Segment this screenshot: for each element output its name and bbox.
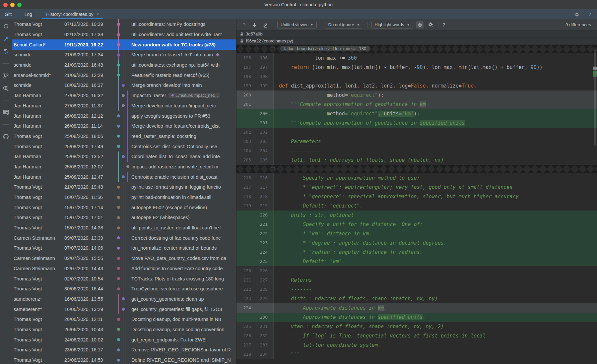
commit-row[interactable]: emanuel-schmid*21/09/2020, 12:29Feature/…: [12, 70, 236, 80]
close-window-button[interactable]: [3, 3, 8, 7]
commit-row[interactable]: Thomas Vogt07/12/2020, 10:39util.coordin…: [12, 19, 236, 30]
expand-fold-button[interactable]: +: [271, 47, 275, 51]
diff-code-viewer[interactable]: +latlon_bounds() > else > if lon_min <= …: [236, 45, 597, 364]
graph-line: [123, 325, 123, 335]
tab-log[interactable]: Log: [21, 9, 36, 19]
gear-icon[interactable]: [573, 11, 580, 18]
commit-row[interactable]: schmide18/09/2020, 16:37Merge branch 'de…: [12, 80, 236, 91]
zoom-window-button[interactable]: [17, 3, 22, 7]
diff-panel: Unified viewer ▼ Do not ignore ▼ Highlig…: [236, 19, 597, 364]
commit-row[interactable]: Carmen Steinmann09/07/2020, 13:39Correct…: [12, 233, 236, 243]
code-text: method="equirect", units='km'):: [274, 109, 597, 118]
commit-row[interactable]: Thomas Vogt15/07/2020, 17:14autopep8 E50…: [12, 202, 236, 212]
commit-row[interactable]: Thomas Vogt16/07/2020, 11:56pylint: bad-…: [12, 192, 236, 203]
eye-watch-icon[interactable]: [2, 85, 10, 92]
line-number-gutter: 222228: [236, 285, 274, 294]
commit-row[interactable]: Thomas Vogt15/07/2020, 17:01autopep8 E2 …: [12, 212, 236, 223]
line-number-gutter: 220226: [236, 266, 274, 275]
code-text: return (lon_min, max(lat.min() - buffer,…: [274, 63, 597, 72]
edit-pencil-icon[interactable]: [262, 21, 269, 29]
commit-row[interactable]: Thomas Vogt23/06/2020, 14:59Define RIVER…: [12, 355, 236, 364]
commit-row[interactable]: Jan Hartman27/08/2020, 16:32Impact.to_ra…: [12, 91, 236, 101]
git-branch-icon[interactable]: [2, 72, 10, 79]
commit-row[interactable]: Thomas Vogt21/07/2020, 19:48pylint: use …: [12, 182, 236, 192]
commit-message-text: util.coordinates: exchange np.float64 wi…: [131, 62, 220, 68]
commit-row[interactable]: schmide21/09/2020, 17:34Merge branch 're…: [12, 50, 236, 60]
whitespace-ignore-dropdown[interactable]: Do not ignore ▼: [325, 21, 363, 29]
minimize-window-button[interactable]: [10, 3, 15, 7]
commit-row[interactable]: Thomas Vogt24/06/2020, 10:02get_region_g…: [12, 334, 236, 345]
line-number-before: [236, 220, 253, 229]
commit-row[interactable]: schmide21/09/2020, 16:48util.coordinates…: [12, 60, 236, 70]
commit-row[interactable]: Carmen Steinmann02/07/2020, 15:55Move FA…: [12, 253, 236, 264]
commit-author: Thomas Vogt: [12, 225, 64, 230]
commit-message: Merge branch 'release/1.5.0' into main: [131, 52, 236, 57]
commit-row[interactable]: Jan Hartman25/08/2020, 13:52Coordinates.…: [12, 152, 236, 162]
next-difference-icon[interactable]: [251, 21, 258, 29]
commit-row[interactable]: Thomas Vogt30/06/2020, 16:44TropCyclone:…: [12, 284, 236, 294]
previous-difference-icon[interactable]: [240, 21, 248, 29]
commit-date: 15/07/2020, 14:38: [64, 225, 113, 230]
graph-line: [123, 192, 123, 203]
code-line: 197197 return (lon_min, max(lat.min() - …: [236, 63, 597, 72]
commit-row[interactable]: sameberenz*16/06/2020, 13:55get_country_…: [12, 294, 236, 304]
commit-graph: [113, 91, 131, 101]
commit-author: Carmen Steinmann: [12, 235, 64, 241]
commit-row[interactable]: Thomas Vogt25/08/2020, 18:05read_raster_…: [12, 131, 236, 142]
commit-message: TCTracks: Plots of tracks crossing 180 l…: [131, 276, 236, 281]
expand-fold-button[interactable]: +: [271, 167, 275, 171]
diff-settings-gear-icon[interactable]: [427, 21, 434, 29]
error-stripe-mark[interactable]: [593, 67, 597, 70]
highlight-mode-dropdown[interactable]: Highlight words ▼: [371, 21, 413, 29]
commit-message-text: read_raster_sample: docstring: [131, 134, 196, 139]
line-number-before: [236, 109, 253, 118]
commit-row[interactable]: sameberenz*16/06/2020, 13:29get_country_…: [12, 304, 236, 314]
tab-history-coordinates[interactable]: History: coordinates.py ×: [42, 9, 103, 19]
commit-row[interactable]: Thomas Vogt15/07/2020, 14:38util.points_…: [12, 223, 236, 233]
commit-message-text: Docstring cleanup, doc multi-returns in …: [131, 317, 221, 322]
commit-message-text: Define RIVER_GEO_REGIONS and ISIMIP_N: [131, 357, 231, 363]
graph-line: [123, 243, 123, 253]
line-number-gutter: 205205: [236, 155, 274, 165]
line-number-after: 226: [253, 266, 270, 275]
commit-message-text: get_country_geometries: fill gaps, f.i. …: [131, 307, 222, 312]
commit-row[interactable]: Thomas Vogt02/07/2020, 10:54TCTracks: Pl…: [12, 273, 236, 284]
commit-row[interactable]: Thomas Vogt02/12/2020, 17:38util.coordin…: [12, 30, 236, 40]
commit-row[interactable]: Carmen Steinmann02/07/2020, 14:43Add fun…: [12, 264, 236, 274]
collapse-unchanged-icon[interactable]: [416, 21, 424, 29]
scrollbar-thumb[interactable]: [594, 49, 596, 146]
merge-arrows-icon[interactable]: [2, 35, 10, 42]
commit-author: Thomas Vogt: [12, 22, 64, 27]
error-stripe-mark[interactable]: [593, 71, 597, 77]
commit-message: get_country_geometries: fill gaps, f.i. …: [131, 307, 236, 312]
layout-panels-icon[interactable]: [2, 109, 10, 116]
refresh-icon[interactable]: [2, 23, 10, 30]
commit-row[interactable]: Thomas Vogt07/07/2020, 14:06lon_normaliz…: [12, 243, 236, 253]
graph-commit-dot: [117, 338, 120, 341]
commit-row[interactable]: Jan Hartman25/08/2020, 12:47Centroids: e…: [12, 172, 236, 182]
help-icon[interactable]: ?: [588, 12, 591, 17]
line-number-before: [236, 118, 253, 128]
github-icon[interactable]: [2, 133, 10, 140]
commit-row[interactable]: Jan Hartman27/08/2020, 11:37Merge develo…: [12, 101, 236, 111]
graph-line: [118, 101, 119, 111]
commit-date: 27/08/2020, 16:32: [64, 93, 113, 98]
commit-row[interactable]: Thomas Vogt23/06/2020, 16:17Remove RIVER…: [12, 345, 236, 355]
line-number-after: 225: [253, 257, 270, 266]
commit-row[interactable]: Jan Hartman26/08/2020, 11:14Merge develo…: [12, 121, 236, 131]
viewer-mode-dropdown[interactable]: Unified viewer ▼: [277, 21, 317, 29]
code-line-added: 200 method="equirect", units='km'):: [236, 109, 597, 118]
commit-row[interactable]: Thomas Vogt26/06/2020, 12:11Docstring cl…: [12, 314, 236, 325]
commit-row[interactable]: Thomas Vogt25/08/2020, 17:49Centroids.se…: [12, 141, 236, 152]
commit-row[interactable]: Benoît Guillod*19/11/2020, 16:22New rand…: [12, 39, 236, 50]
commit-row[interactable]: Jan Hartman25/08/2020, 13:07Impact: add …: [12, 162, 236, 172]
line-number-before: [236, 257, 253, 266]
compare-branches-icon[interactable]: [2, 48, 10, 55]
graph-commit-dot: [117, 145, 120, 148]
commit-message: New random walk for TC tracks (#78): [131, 42, 236, 47]
commit-row[interactable]: Thomas Vogt26/06/2020, 10:43Docstring cl…: [12, 325, 236, 335]
tab-close-icon[interactable]: ×: [97, 12, 99, 17]
diff-help-icon[interactable]: ?: [442, 22, 445, 28]
commit-row[interactable]: Jan Hartman26/08/2020, 12:12apply tovogt…: [12, 111, 236, 121]
graph-line: [123, 273, 123, 284]
